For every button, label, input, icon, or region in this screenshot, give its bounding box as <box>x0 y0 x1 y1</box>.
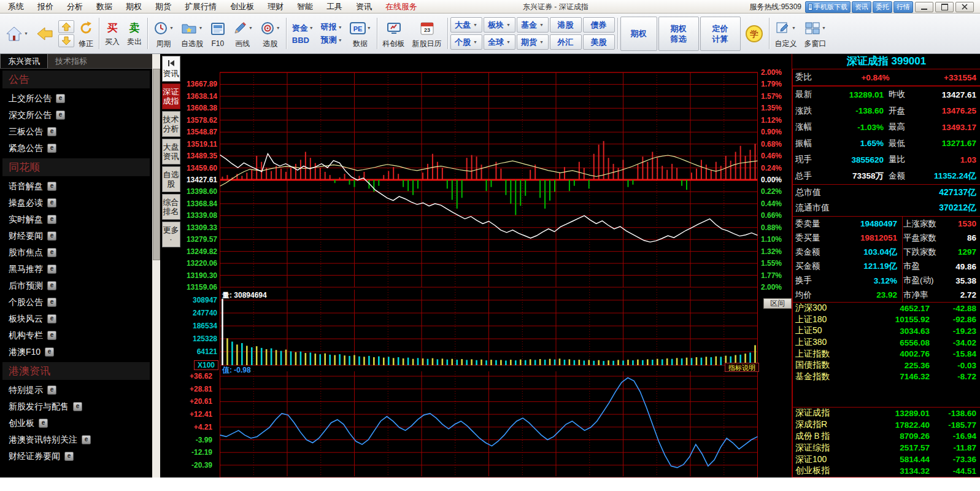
forecast-button[interactable]: 预测▼ <box>321 34 342 45</box>
us-button[interactable]: 美股 <box>583 34 615 50</box>
stock-button[interactable]: 个股▼ <box>450 34 482 50</box>
sidebar-item-三板公告[interactable]: 三板公告e <box>0 123 152 140</box>
menu-item-online-service[interactable]: 在线服务 <box>379 1 424 12</box>
fund-button[interactable]: 基金▼ <box>517 17 549 33</box>
minimize-button[interactable] <box>915 2 933 12</box>
restore-button[interactable] <box>935 2 954 12</box>
sidebar-item-上交所公告[interactable]: 上交所公告e <box>0 90 152 107</box>
sidebar-scrollbar[interactable] <box>152 54 160 477</box>
index-row-基金指数[interactable]: 基金指数7146.32-8.72 <box>793 371 980 383</box>
menu-item-理财[interactable]: 理财 <box>261 1 290 12</box>
correct-button[interactable]: 修正 <box>75 18 96 50</box>
page-up-button[interactable] <box>58 20 74 33</box>
back-button[interactable] <box>33 23 57 44</box>
index-row-创业板指[interactable]: 创业板指3134.32-44.51 <box>793 465 980 477</box>
option-filter-button[interactable]: 期权筛选 <box>658 17 699 51</box>
index-row-深证综指[interactable]: 深证综指2517.57-11.87 <box>793 442 980 454</box>
draw-button[interactable]: ▼ 画线 <box>230 18 256 50</box>
sidebar-item-股市焦点[interactable]: 股市焦点e <box>0 244 152 261</box>
scrollbar-thumb[interactable] <box>153 69 160 260</box>
menu-item-工具[interactable]: 工具 <box>320 1 349 12</box>
sidebar-item-特别提示[interactable]: 特别提示e <box>0 382 152 398</box>
buy-button[interactable]: 买 买入 <box>102 20 123 48</box>
index-row-国债指数[interactable]: 国债指数225.36-0.03 <box>793 360 980 371</box>
multiwindow-button[interactable]: ▼ 多窗口 <box>801 18 830 50</box>
pricing-button[interactable]: 定价计算 <box>700 17 741 51</box>
menu-item-资讯[interactable]: 资讯 <box>349 1 379 12</box>
quick-button-0[interactable]: 手机版下载 <box>805 1 851 13</box>
index-row-上证50[interactable]: 上证503034.63-19.23 <box>793 325 980 337</box>
vertical-tab-综合排名[interactable]: 综合排名 <box>162 194 180 220</box>
quick-button-2[interactable]: 委托 <box>873 1 892 13</box>
index-row-成份Ｂ指[interactable]: 成份Ｂ指8709.26-16.94 <box>793 431 980 443</box>
vertical-tab-资讯[interactable]: 资讯 <box>162 56 180 82</box>
customize-button[interactable]: ▼ 自定义 <box>772 18 800 50</box>
f10-button[interactable]: F10 <box>207 18 228 48</box>
menu-item-期权[interactable]: 期权 <box>119 1 149 12</box>
sidebar-item-后市预测[interactable]: 后市预测e <box>0 277 152 294</box>
learn-button[interactable]: 学 <box>742 24 766 44</box>
sidebar-item-财经证券要闻[interactable]: 财经证券要闻e <box>0 448 152 465</box>
hk-button[interactable]: 港股 <box>550 17 582 33</box>
pe-data-button[interactable]: PE▼ 数据 <box>347 18 374 50</box>
time-share-chart[interactable] <box>182 54 792 477</box>
index-row-沪深300[interactable]: 沪深3004652.17-42.88 <box>793 303 980 314</box>
sidebar-item-财经要闻[interactable]: 财经要闻e <box>0 228 152 244</box>
sidebar-item-紧急公告[interactable]: 紧急公告e <box>0 140 152 157</box>
menu-item-系统[interactable]: 系统 <box>1 1 31 12</box>
vertical-tab-更多·[interactable]: 更多· <box>162 222 180 247</box>
range-button[interactable]: 区间 <box>763 298 792 309</box>
sidebar-item-实时解盘[interactable]: 实时解盘e <box>0 211 152 228</box>
indicator-help-link[interactable]: 指标说明 <box>725 363 759 372</box>
period-button[interactable]: ▼ 周期 <box>150 18 177 50</box>
option-button[interactable]: 期权 <box>620 17 657 51</box>
vertical-tab-大盘资讯[interactable]: 大盘资讯 <box>162 139 180 164</box>
index-row-深成指R[interactable]: 深成指R17822.40-185.77 <box>793 419 980 431</box>
bbd-button[interactable]: BBD <box>292 36 314 45</box>
menu-item-扩展行情[interactable]: 扩展行情 <box>178 1 223 12</box>
bond-button[interactable]: 债券 <box>583 17 615 33</box>
vertical-tab-自选股[interactable]: 自选股 <box>162 166 180 192</box>
quick-button-1[interactable]: 资讯 <box>852 1 871 13</box>
sidebar-tab-东兴资讯[interactable]: 东兴资讯 <box>0 54 48 68</box>
futures-button[interactable]: 期货▼ <box>517 34 549 50</box>
global-button[interactable]: 全球▼ <box>484 34 515 50</box>
market-button[interactable]: 大盘▼ <box>450 17 482 33</box>
menu-item-智能[interactable]: 智能 <box>290 1 320 12</box>
menu-item-报价[interactable]: 报价 <box>31 1 60 12</box>
menu-item-数据[interactable]: 数据 <box>90 1 119 12</box>
sidebar-item-机构专栏[interactable]: 机构专栏e <box>0 327 152 344</box>
sidebar-item-黑马推荐[interactable]: 黑马推荐e <box>0 261 152 277</box>
quick-button-3[interactable]: 行情 <box>893 1 913 13</box>
sidebar-item-新股发行与配售[interactable]: 新股发行与配售e <box>0 398 152 415</box>
watchlist-button[interactable]: ▼ 自选股 <box>178 18 206 50</box>
funds-button[interactable]: 资金▼ <box>292 23 314 34</box>
index-row-深证成指[interactable]: 深证成指13289.01-138.60 <box>793 408 980 419</box>
sidebar-item-港澳F10[interactable]: 港澳F10e <box>0 344 152 360</box>
sell-button[interactable]: 卖 卖出 <box>124 20 145 48</box>
sidebar-item-语音解盘[interactable]: 语音解盘e <box>0 178 152 195</box>
index-row-上证指数[interactable]: 上证指数4002.76-15.84 <box>793 348 980 360</box>
index-row-上证180[interactable]: 上证18010155.92-92.86 <box>793 314 980 326</box>
fx-button[interactable]: 外汇 <box>550 34 582 50</box>
sidebar-item-个股公告[interactable]: 个股公告e <box>0 294 152 311</box>
home-button[interactable]: ▼ <box>2 23 31 44</box>
sidebar-item-创业板[interactable]: 创业板e <box>0 415 152 431</box>
sidebar-item-板块风云[interactable]: 板块风云e <box>0 311 152 327</box>
page-down-button[interactable] <box>58 34 74 47</box>
sidebar-item-深交所公告[interactable]: 深交所公告e <box>0 107 152 123</box>
vertical-tab-技术分析[interactable]: 技术分析 <box>162 111 180 137</box>
sidebar-tab-技术指标[interactable]: 技术指标 <box>48 54 95 68</box>
index-row-深证100[interactable]: 深证1005814.44-73.36 <box>793 454 980 465</box>
index-row-上证380[interactable]: 上证3806556.08-34.02 <box>793 337 980 349</box>
sidebar-item-操盘必读[interactable]: 操盘必读e <box>0 195 152 211</box>
report-button[interactable]: 研报▼ <box>321 21 342 33</box>
sidebar-item-港澳资讯特别关注[interactable]: 港澳资讯特别关注e <box>0 431 152 448</box>
menu-item-期货[interactable]: 期货 <box>149 1 178 12</box>
menu-item-创业板[interactable]: 创业板 <box>223 1 261 12</box>
vertical-tab-深证成指[interactable]: 深证成指 <box>162 83 180 109</box>
ipo-calendar-button[interactable]: 23 新股日历 <box>409 18 445 50</box>
star-board-button[interactable]: 科创板 <box>380 18 408 50</box>
menu-item-分析[interactable]: 分析 <box>60 1 90 12</box>
sector-button[interactable]: 板块▼ <box>484 17 515 33</box>
